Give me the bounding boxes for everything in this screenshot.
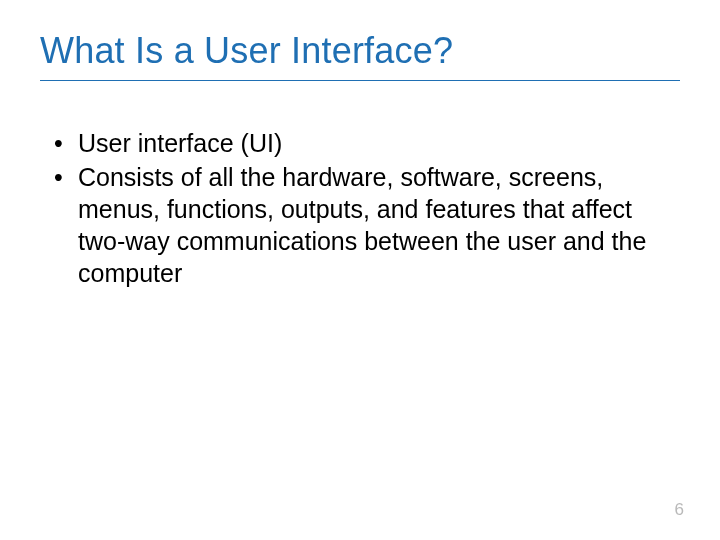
page-number: 6 bbox=[675, 500, 684, 520]
bullet-list: User interface (UI) Consists of all the … bbox=[0, 81, 720, 289]
slide-title: What Is a User Interface? bbox=[0, 0, 720, 72]
list-item: Consists of all the hardware, software, … bbox=[52, 161, 660, 289]
list-item: User interface (UI) bbox=[52, 127, 660, 159]
